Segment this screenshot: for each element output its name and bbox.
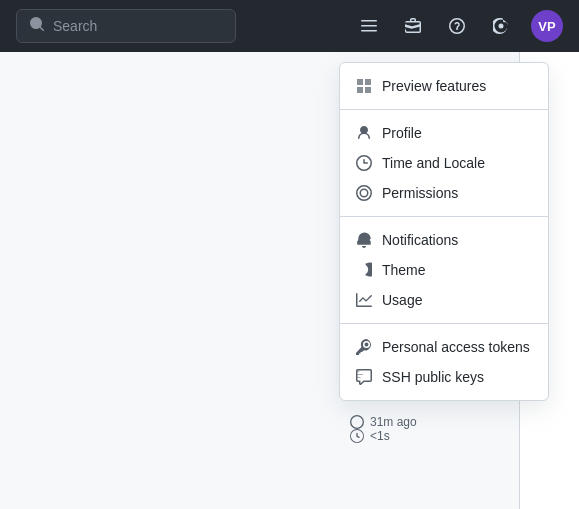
notifications-label: Notifications bbox=[382, 232, 458, 248]
timeline-row-duration-2: <1s bbox=[350, 429, 514, 443]
briefcase-icon[interactable] bbox=[399, 12, 427, 40]
menu-item-permissions[interactable]: Permissions bbox=[340, 178, 548, 208]
dial-icon bbox=[356, 185, 372, 201]
navbar: Search VP bbox=[0, 0, 579, 52]
main-content: ⋮ 20m ago <1s 31m ago bbox=[0, 52, 579, 509]
timeline-row-time-2: 31m ago bbox=[350, 415, 514, 429]
dropdown-menu: Preview features Profile Time and bbox=[339, 62, 549, 401]
clock-icon-2 bbox=[350, 429, 364, 443]
key-alt-icon bbox=[356, 369, 372, 385]
menu-item-ssh-public-keys[interactable]: SSH public keys bbox=[340, 362, 548, 392]
graph-icon bbox=[356, 292, 372, 308]
person-icon bbox=[356, 125, 372, 141]
lines-icon[interactable] bbox=[355, 12, 383, 40]
help-icon[interactable] bbox=[443, 12, 471, 40]
menu-section-preview: Preview features bbox=[340, 63, 548, 109]
search-bar[interactable]: Search bbox=[16, 9, 236, 43]
preview-features-label: Preview features bbox=[382, 78, 486, 94]
search-input-placeholder: Search bbox=[53, 18, 97, 34]
menu-section-account: Profile Time and Locale Permissions bbox=[340, 109, 548, 216]
menu-item-preview-features[interactable]: Preview features bbox=[340, 71, 548, 101]
time-locale-label: Time and Locale bbox=[382, 155, 485, 171]
menu-item-usage[interactable]: Usage bbox=[340, 285, 548, 315]
key-icon bbox=[356, 339, 372, 355]
trigger-icon-2 bbox=[350, 415, 364, 429]
search-icon bbox=[29, 16, 45, 36]
gear-icon[interactable] bbox=[487, 12, 515, 40]
timeline-time-2: 31m ago bbox=[370, 415, 417, 429]
menu-item-theme[interactable]: Theme bbox=[340, 255, 548, 285]
menu-section-tokens: Personal access tokens SSH public keys bbox=[340, 323, 548, 400]
menu-item-notifications[interactable]: Notifications bbox=[340, 225, 548, 255]
profile-label: Profile bbox=[382, 125, 422, 141]
menu-section-settings: Notifications Theme Usage bbox=[340, 216, 548, 323]
user-avatar[interactable]: VP bbox=[531, 10, 563, 42]
menu-item-personal-access-tokens[interactable]: Personal access tokens bbox=[340, 332, 548, 362]
moon-icon bbox=[356, 262, 372, 278]
usage-label: Usage bbox=[382, 292, 422, 308]
timeline-duration-2: <1s bbox=[370, 429, 390, 443]
menu-item-time-locale[interactable]: Time and Locale bbox=[340, 148, 548, 178]
theme-label: Theme bbox=[382, 262, 426, 278]
globe-icon bbox=[356, 155, 372, 171]
nav-icons: VP bbox=[355, 10, 563, 42]
menu-item-profile[interactable]: Profile bbox=[340, 118, 548, 148]
grid-icon bbox=[356, 78, 372, 94]
personal-access-tokens-label: Personal access tokens bbox=[382, 339, 530, 355]
timeline-item: 31m ago <1s bbox=[350, 415, 514, 443]
bell-icon bbox=[356, 232, 372, 248]
permissions-label: Permissions bbox=[382, 185, 458, 201]
ssh-public-keys-label: SSH public keys bbox=[382, 369, 484, 385]
